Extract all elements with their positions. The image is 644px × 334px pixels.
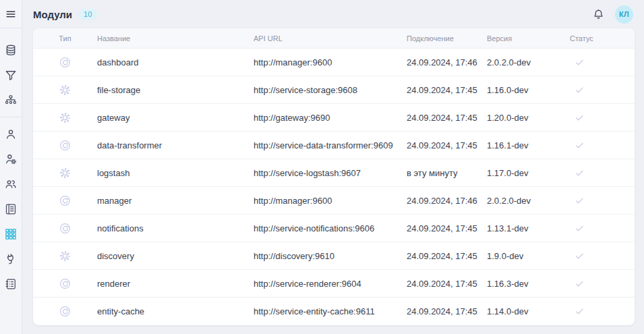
module-api-url: http://service-data-transformer:9609 (254, 140, 407, 150)
modules-count-badge: 10 (78, 9, 97, 20)
user-icon (4, 128, 18, 141)
table-row[interactable]: logstash http://service-logstash:9607 в … (33, 159, 635, 187)
table-row[interactable]: entity-cache http://service-entity-cache… (33, 298, 635, 325)
column-header-connection: Подключение (407, 34, 487, 43)
module-version: 1.16.3-dev (487, 279, 570, 289)
module-connection: 24.09.2024, 17:45 (407, 251, 487, 261)
module-connection: 24.09.2024, 17:45 (407, 85, 487, 95)
module-api-url: http://manager:9600 (254, 196, 407, 206)
module-api-url: http://manager:9600 (254, 57, 407, 67)
table-row[interactable]: file-storage http://service-storage:9608… (33, 76, 635, 104)
module-connection: 24.09.2024, 17:45 (407, 223, 487, 233)
content: Тип Название API URL Подключение Версия … (22, 28, 644, 325)
sidebar-item-modules[interactable] (0, 221, 22, 246)
module-version: 1.20.0-dev (487, 113, 570, 123)
module-connection: 24.09.2024, 17:46 (407, 57, 487, 67)
status-check-icon (570, 84, 635, 96)
module-connection: 24.09.2024, 17:45 (407, 140, 487, 150)
user-avatar[interactable]: КЛ (615, 5, 633, 24)
module-type-cell (33, 305, 97, 318)
notifications-button[interactable] (592, 8, 605, 21)
table-row[interactable]: dashboard http://manager:9600 24.09.2024… (33, 49, 635, 76)
module-version: 1.14.0-dev (487, 306, 570, 316)
plug-icon (4, 252, 18, 266)
module-name: notifications (97, 223, 254, 233)
gear-icon (59, 167, 71, 179)
module-type-cell (33, 222, 97, 235)
table-row[interactable]: data-transformer http://service-data-tra… (33, 132, 635, 159)
table-row[interactable]: gateway http://gateway:9690 24.09.2024, … (33, 104, 635, 132)
menu-toggle-button[interactable] (0, 4, 22, 24)
module-api-url: http://service-notifications:9606 (254, 223, 407, 233)
module-circle-icon (59, 222, 71, 235)
bell-icon (592, 8, 605, 21)
module-status-cell (570, 195, 635, 206)
main-area: Модули 10 КЛ Тип Название API URL Подклю… (22, 0, 644, 334)
status-check-icon (570, 223, 635, 234)
notebook-list-icon (4, 277, 18, 291)
module-status-cell (570, 112, 635, 123)
topbar: Модули 10 КЛ (22, 0, 644, 28)
sidebar-item-journal[interactable] (0, 196, 22, 221)
module-connection: 24.09.2024, 17:45 (407, 113, 487, 123)
sidebar-item-logs[interactable] (0, 271, 22, 296)
user-gear-icon (4, 152, 18, 166)
status-check-icon (570, 250, 635, 262)
module-type-cell (33, 139, 97, 152)
module-name: renderer (97, 279, 254, 289)
module-circle-icon (59, 277, 71, 290)
table-row[interactable]: notifications http://service-notificatio… (33, 215, 635, 242)
module-type-cell (33, 194, 97, 207)
column-header-api-url: API URL (254, 34, 407, 43)
module-version: 1.16.1-dev (487, 140, 570, 150)
module-status-cell (570, 306, 635, 317)
module-type-cell (33, 250, 97, 262)
module-connection: 24.09.2024, 17:45 (407, 306, 487, 316)
module-type-cell (33, 84, 97, 96)
module-circle-icon (59, 139, 71, 152)
module-version: 1.17.0-dev (487, 168, 570, 178)
module-version: 2.0.2.0-dev (487, 196, 570, 206)
table-row[interactable]: renderer http://service-renderer:9604 24… (33, 270, 635, 298)
status-check-icon (570, 195, 635, 206)
status-check-icon (570, 167, 635, 179)
module-status-cell (570, 223, 635, 234)
module-name: discovery (97, 251, 254, 261)
module-status-cell (570, 140, 635, 151)
table-row[interactable]: manager http://manager:9600 24.09.2024, … (33, 187, 635, 215)
sidebar-item-connections[interactable] (0, 246, 22, 271)
sidebar-item-filters[interactable] (0, 63, 22, 88)
sitemap-icon (4, 94, 18, 107)
module-version: 2.0.2.0-dev (487, 57, 570, 67)
module-api-url: http://service-storage:9608 (254, 85, 407, 95)
module-status-cell (570, 250, 635, 262)
gear-icon (59, 84, 71, 96)
column-header-version: Версия (487, 34, 570, 43)
module-name: manager (97, 196, 254, 206)
status-check-icon (570, 112, 635, 123)
users-group-icon (4, 177, 18, 191)
modules-grid-icon (4, 227, 18, 241)
table-row[interactable]: discovery http://discovery:9610 24.09.20… (33, 242, 635, 270)
sidebar-item-database[interactable] (0, 38, 22, 63)
module-name: dashboard (97, 57, 254, 67)
module-connection: 24.09.2024, 17:45 (407, 279, 487, 289)
sidebar-item-user[interactable] (0, 121, 22, 146)
sidebar-item-hierarchy[interactable] (0, 88, 22, 113)
module-name: entity-cache (97, 306, 254, 316)
module-type-cell (33, 167, 97, 179)
sidebar-item-users[interactable] (0, 171, 22, 196)
module-status-cell (570, 84, 635, 96)
status-check-icon (570, 278, 635, 289)
module-circle-icon (59, 56, 71, 69)
module-api-url: http://service-logstash:9607 (254, 168, 407, 178)
sidebar-nav (0, 28, 22, 296)
gear-icon (59, 111, 71, 124)
page-title: Модули (33, 9, 72, 20)
column-header-status: Статус (570, 34, 635, 43)
sidebar (0, 0, 22, 334)
sidebar-item-user-settings[interactable] (0, 146, 22, 171)
module-name: gateway (97, 113, 254, 123)
module-version: 1.16.0-dev (487, 85, 570, 95)
module-version: 1.13.1-dev (487, 223, 570, 233)
